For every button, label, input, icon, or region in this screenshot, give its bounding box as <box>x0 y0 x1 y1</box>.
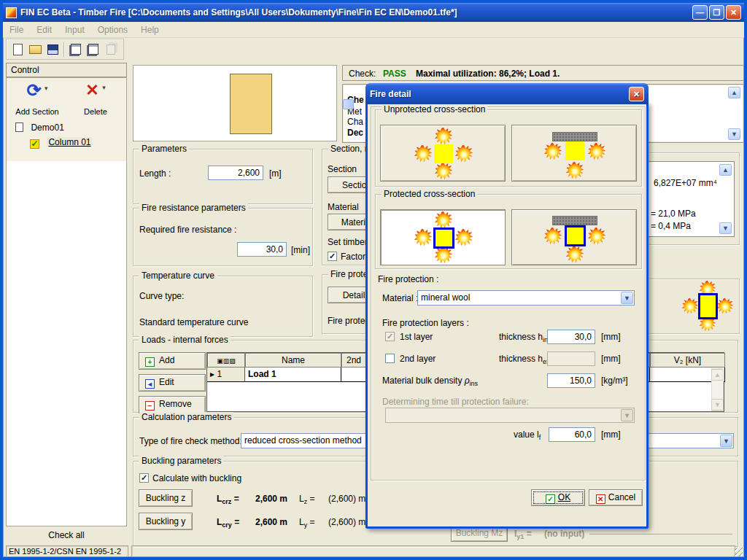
layer1-checkbox[interactable]: ✓ <box>385 332 395 341</box>
window-title: FIN EC Beta - Timber Fire [C:\Documents … <box>20 7 691 18</box>
unprotected-3side-option[interactable] <box>511 125 637 182</box>
method-value: reduced cross-section method <box>244 435 362 446</box>
dialog-title-bar: Fire detail ✕ <box>365 83 649 104</box>
tree-item-column[interactable]: ✓ Column 01 <box>30 135 92 147</box>
add-section-label: Add Section <box>11 107 63 116</box>
menu-options[interactable]: Options <box>91 23 134 37</box>
flame-icon <box>544 143 562 160</box>
fire-resistance-unit: [min] <box>291 245 310 255</box>
buckling-z-label: Buckling z <box>146 493 186 503</box>
print-document-icon[interactable] <box>85 42 101 58</box>
dialog-close-button[interactable]: ✕ <box>629 87 644 101</box>
buckling-y-button[interactable]: Buckling y <box>139 513 193 530</box>
failure-combobox[interactable]: ▼ <box>385 408 635 423</box>
flame-icon <box>435 246 452 264</box>
flame-icon <box>588 228 605 245</box>
menu-edit[interactable]: Edit <box>30 23 58 37</box>
curve-type-value: Standard temperature curve <box>139 317 248 327</box>
buckling-z-button[interactable]: Buckling z <box>139 489 193 507</box>
ly1-symbol: ly1 = <box>514 529 532 540</box>
protected-3side-option[interactable] <box>511 209 637 265</box>
add-section-caret-icon[interactable]: ▾ <box>44 85 48 92</box>
edit-load-label: Edit <box>159 377 174 387</box>
table-tool-icon[interactable]: ▣ <box>217 357 223 365</box>
scroll-thumb[interactable] <box>343 99 354 109</box>
add-section-button[interactable]: ⟳ ▾ Add Section <box>11 81 63 119</box>
results-scroll-down-icon[interactable]: ▼ <box>719 222 732 234</box>
copy-icon[interactable] <box>103 42 119 58</box>
table-scroll-down-icon[interactable]: ▼ <box>711 399 724 411</box>
col-header-name[interactable]: Name <box>245 353 341 368</box>
flame-icon <box>435 163 452 180</box>
fire-detail-dialog: Fire detail ✕ Unprotected cross-section <box>365 102 649 529</box>
temperature-title: Temperature curve <box>139 271 217 281</box>
ok-label: OK <box>558 492 570 502</box>
table-tool-icon[interactable]: ▥ <box>223 357 230 365</box>
unprotected-4side-option[interactable] <box>380 125 506 182</box>
ok-button[interactable]: ✓OK <box>531 489 585 506</box>
dlg-fire-protection-label: Fire protection : <box>378 274 438 284</box>
check-all-button[interactable]: Check all <box>6 526 127 544</box>
add-load-button[interactable]: +Add <box>139 352 206 370</box>
close-button[interactable]: ✕ <box>726 5 741 20</box>
scroll-up-icon[interactable]: ▲ <box>728 87 740 98</box>
timber-core <box>565 225 586 246</box>
buckling-checkbox-label: Calculate with buckling <box>152 473 241 483</box>
check-section-icon: ✓ <box>30 139 39 149</box>
lcrz-symbol: Lcrz = <box>217 494 239 505</box>
col-header-v2[interactable]: V₂ [kN] <box>650 353 725 368</box>
results-scroll-up-icon[interactable]: ▲ <box>719 164 732 176</box>
tree-column-label: Column 01 <box>47 137 92 147</box>
combo-arrow-icon[interactable]: ▼ <box>621 292 633 304</box>
row-marker-cell[interactable]: ▸ 1 <box>207 368 245 382</box>
row-name-cell[interactable]: Load 1 <box>245 368 341 382</box>
maximize-button[interactable]: ❐ <box>709 5 724 20</box>
method-label: Type of fire check method: <box>139 436 242 446</box>
menu-input[interactable]: Input <box>58 23 91 37</box>
tree-item-project[interactable]: Demo01 <box>15 120 64 132</box>
fire-resistance-input[interactable] <box>237 242 287 257</box>
edit-load-button[interactable]: ◂Edit <box>139 374 206 392</box>
col-v2-label: V₂ [kN] <box>674 355 701 365</box>
col-name-label: Name <box>282 355 305 365</box>
save-icon[interactable] <box>44 42 61 58</box>
layer2-checkbox[interactable] <box>385 354 395 363</box>
layer1-thickness-input[interactable] <box>547 330 595 344</box>
menu-help[interactable]: Help <box>134 23 166 37</box>
print-section-icon[interactable] <box>68 42 84 58</box>
ly1-value: (no input) <box>544 529 584 539</box>
menu-file[interactable]: File <box>3 23 30 37</box>
value-lf-input[interactable] <box>549 427 595 442</box>
cancel-button[interactable]: ✕Cancel <box>589 489 643 506</box>
length-unit: [m] <box>269 168 282 179</box>
table-scroll-up-icon[interactable]: ▲ <box>711 369 724 381</box>
factor-checkbox[interactable]: ✓ <box>328 252 337 261</box>
new-file-icon[interactable] <box>9 42 26 58</box>
row-number: 1 <box>217 369 222 379</box>
combo-arrow-icon[interactable]: ▼ <box>720 435 732 447</box>
delete-caret-icon[interactable]: ▾ <box>102 84 106 91</box>
parameters-title: Parameters <box>139 144 189 154</box>
dlg-material-combobox[interactable]: mineral wool ▼ <box>417 290 635 306</box>
protected-title: Protected cross-section <box>382 189 477 199</box>
status-bar: EN 1995-1-2/CSN EN 1995-1-2 <box>3 544 744 557</box>
density-input[interactable] <box>547 373 595 388</box>
section-shape <box>230 74 272 134</box>
length-input[interactable] <box>208 166 263 180</box>
ly-value: (2,600) m <box>328 517 365 527</box>
remove-load-button[interactable]: −Remove <box>139 396 206 413</box>
table-scrollbar[interactable]: ▲ ▼ <box>711 368 724 411</box>
strength-value-1: = 21,0 MPa <box>651 209 696 219</box>
resize-grip[interactable] <box>734 548 743 556</box>
layer2-thickness-input[interactable] <box>547 351 595 366</box>
scroll-down-icon[interactable]: ▼ <box>728 128 740 140</box>
protected-4side-option[interactable] <box>380 209 506 265</box>
delete-button[interactable]: ✕ ▾ Delete <box>71 81 120 119</box>
buckling-checkbox[interactable]: ✓ <box>139 473 149 483</box>
open-file-icon[interactable] <box>27 42 43 58</box>
table-tool-icon[interactable]: ▨ <box>229 357 236 365</box>
unprotected-group: Unprotected cross-section <box>375 109 642 187</box>
minimize-button[interactable]: — <box>692 5 708 20</box>
check-all-label: Check all <box>48 530 84 540</box>
add-load-label: Add <box>159 355 174 365</box>
